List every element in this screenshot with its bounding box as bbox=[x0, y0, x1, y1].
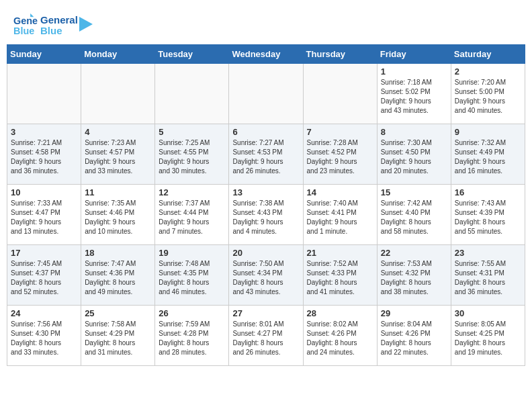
day-number: 25 bbox=[85, 308, 151, 318]
day-number: 17 bbox=[11, 248, 77, 258]
calendar-cell: 23Sunrise: 7:55 AM Sunset: 4:31 PM Dayli… bbox=[451, 245, 525, 306]
header-thursday: Thursday bbox=[303, 45, 377, 64]
calendar-cell: 2Sunrise: 7:20 AM Sunset: 5:00 PM Daylig… bbox=[451, 64, 525, 124]
day-info: Sunrise: 7:50 AM Sunset: 4:34 PM Dayligh… bbox=[232, 259, 299, 297]
calendar-cell: 13Sunrise: 7:38 AM Sunset: 4:43 PM Dayli… bbox=[229, 185, 303, 245]
day-number: 9 bbox=[455, 127, 521, 137]
calendar-cell: 8Sunrise: 7:30 AM Sunset: 4:50 PM Daylig… bbox=[377, 124, 451, 185]
calendar-cell bbox=[7, 64, 81, 124]
day-number: 24 bbox=[11, 308, 77, 318]
day-number: 28 bbox=[307, 308, 373, 318]
day-number: 29 bbox=[381, 308, 447, 318]
day-number: 21 bbox=[307, 248, 373, 258]
day-number: 2 bbox=[455, 66, 521, 77]
calendar-week-2: 3Sunrise: 7:21 AM Sunset: 4:58 PM Daylig… bbox=[7, 124, 525, 185]
header-monday: Monday bbox=[81, 45, 155, 64]
day-info: Sunrise: 7:45 AM Sunset: 4:37 PM Dayligh… bbox=[11, 259, 77, 297]
calendar-cell: 5Sunrise: 7:25 AM Sunset: 4:55 PM Daylig… bbox=[155, 124, 229, 185]
day-info: Sunrise: 7:58 AM Sunset: 4:29 PM Dayligh… bbox=[85, 320, 151, 357]
calendar-cell bbox=[303, 64, 377, 124]
day-info: Sunrise: 7:55 AM Sunset: 4:31 PM Dayligh… bbox=[455, 259, 521, 297]
day-number: 1 bbox=[381, 66, 447, 77]
day-info: Sunrise: 7:32 AM Sunset: 4:49 PM Dayligh… bbox=[455, 138, 521, 176]
day-info: Sunrise: 7:33 AM Sunset: 4:47 PM Dayligh… bbox=[11, 199, 77, 236]
day-number: 10 bbox=[11, 187, 77, 197]
day-info: Sunrise: 7:21 AM Sunset: 4:58 PM Dayligh… bbox=[11, 138, 77, 176]
day-info: Sunrise: 7:43 AM Sunset: 4:39 PM Dayligh… bbox=[455, 199, 521, 236]
calendar-cell bbox=[81, 64, 155, 124]
day-info: Sunrise: 7:27 AM Sunset: 4:53 PM Dayligh… bbox=[232, 138, 299, 176]
calendar-header-row: SundayMondayTuesdayWednesdayThursdayFrid… bbox=[7, 45, 525, 64]
day-number: 4 bbox=[85, 127, 151, 137]
day-number: 7 bbox=[307, 127, 373, 137]
day-info: Sunrise: 7:52 AM Sunset: 4:33 PM Dayligh… bbox=[307, 259, 373, 297]
calendar-cell bbox=[155, 64, 229, 124]
day-info: Sunrise: 7:30 AM Sunset: 4:50 PM Dayligh… bbox=[381, 138, 447, 176]
calendar-week-5: 24Sunrise: 7:56 AM Sunset: 4:30 PM Dayli… bbox=[7, 306, 525, 366]
logo-icon: General Blue bbox=[13, 13, 38, 38]
calendar-cell: 7Sunrise: 7:28 AM Sunset: 4:52 PM Daylig… bbox=[303, 124, 377, 185]
day-number: 13 bbox=[232, 187, 299, 197]
day-info: Sunrise: 7:53 AM Sunset: 4:32 PM Dayligh… bbox=[381, 259, 447, 297]
svg-text:Blue: Blue bbox=[13, 26, 34, 36]
calendar-week-3: 10Sunrise: 7:33 AM Sunset: 4:47 PM Dayli… bbox=[7, 185, 525, 245]
calendar-cell: 25Sunrise: 7:58 AM Sunset: 4:29 PM Dayli… bbox=[81, 306, 155, 366]
logo-triangle-icon bbox=[79, 17, 93, 32]
calendar-cell: 4Sunrise: 7:23 AM Sunset: 4:57 PM Daylig… bbox=[81, 124, 155, 185]
day-info: Sunrise: 8:02 AM Sunset: 4:26 PM Dayligh… bbox=[307, 320, 373, 357]
day-info: Sunrise: 7:25 AM Sunset: 4:55 PM Dayligh… bbox=[159, 138, 225, 176]
calendar-cell: 1Sunrise: 7:18 AM Sunset: 5:02 PM Daylig… bbox=[377, 64, 451, 124]
calendar-cell: 6Sunrise: 7:27 AM Sunset: 4:53 PM Daylig… bbox=[229, 124, 303, 185]
day-info: Sunrise: 7:47 AM Sunset: 4:36 PM Dayligh… bbox=[85, 259, 151, 297]
day-number: 11 bbox=[85, 187, 151, 197]
day-number: 3 bbox=[11, 127, 77, 137]
day-info: Sunrise: 7:28 AM Sunset: 4:52 PM Dayligh… bbox=[307, 138, 373, 176]
header-wednesday: Wednesday bbox=[229, 45, 303, 64]
day-number: 30 bbox=[455, 308, 521, 318]
calendar-cell: 27Sunrise: 8:01 AM Sunset: 4:27 PM Dayli… bbox=[229, 306, 303, 366]
calendar-cell: 11Sunrise: 7:35 AM Sunset: 4:46 PM Dayli… bbox=[81, 185, 155, 245]
calendar-cell: 3Sunrise: 7:21 AM Sunset: 4:58 PM Daylig… bbox=[7, 124, 81, 185]
calendar-cell: 18Sunrise: 7:47 AM Sunset: 4:36 PM Dayli… bbox=[81, 245, 155, 306]
svg-marker-3 bbox=[79, 17, 93, 32]
day-number: 6 bbox=[232, 127, 299, 137]
calendar-cell: 26Sunrise: 7:59 AM Sunset: 4:28 PM Dayli… bbox=[155, 306, 229, 366]
calendar-cell: 15Sunrise: 7:42 AM Sunset: 4:40 PM Dayli… bbox=[377, 185, 451, 245]
header: General Blue General Blue bbox=[7, 7, 525, 41]
calendar-cell: 30Sunrise: 8:05 AM Sunset: 4:25 PM Dayli… bbox=[451, 306, 525, 366]
day-number: 23 bbox=[455, 248, 521, 258]
day-number: 22 bbox=[381, 248, 447, 258]
day-number: 16 bbox=[455, 187, 521, 197]
day-info: Sunrise: 7:18 AM Sunset: 5:02 PM Dayligh… bbox=[381, 78, 447, 116]
header-tuesday: Tuesday bbox=[155, 45, 229, 64]
logo-text-general: General bbox=[40, 15, 78, 26]
day-info: Sunrise: 7:59 AM Sunset: 4:28 PM Dayligh… bbox=[159, 320, 225, 357]
day-number: 12 bbox=[159, 187, 225, 197]
calendar-cell: 12Sunrise: 7:37 AM Sunset: 4:44 PM Dayli… bbox=[155, 185, 229, 245]
day-number: 19 bbox=[159, 248, 225, 258]
day-info: Sunrise: 8:04 AM Sunset: 4:26 PM Dayligh… bbox=[381, 320, 447, 357]
calendar-cell: 28Sunrise: 8:02 AM Sunset: 4:26 PM Dayli… bbox=[303, 306, 377, 366]
day-info: Sunrise: 7:56 AM Sunset: 4:30 PM Dayligh… bbox=[11, 320, 77, 357]
day-info: Sunrise: 7:38 AM Sunset: 4:43 PM Dayligh… bbox=[232, 199, 299, 236]
calendar-cell: 22Sunrise: 7:53 AM Sunset: 4:32 PM Dayli… bbox=[377, 245, 451, 306]
calendar-cell: 14Sunrise: 7:40 AM Sunset: 4:41 PM Dayli… bbox=[303, 185, 377, 245]
day-info: Sunrise: 7:40 AM Sunset: 4:41 PM Dayligh… bbox=[307, 199, 373, 236]
day-number: 20 bbox=[232, 248, 299, 258]
header-friday: Friday bbox=[377, 45, 451, 64]
day-number: 8 bbox=[381, 127, 447, 137]
day-number: 27 bbox=[232, 308, 299, 318]
day-number: 14 bbox=[307, 187, 373, 197]
day-info: Sunrise: 7:20 AM Sunset: 5:00 PM Dayligh… bbox=[455, 78, 521, 116]
day-number: 5 bbox=[159, 127, 225, 137]
logo: General Blue General Blue bbox=[13, 13, 93, 38]
calendar-cell: 24Sunrise: 7:56 AM Sunset: 4:30 PM Dayli… bbox=[7, 306, 81, 366]
calendar-cell: 21Sunrise: 7:52 AM Sunset: 4:33 PM Dayli… bbox=[303, 245, 377, 306]
day-info: Sunrise: 7:42 AM Sunset: 4:40 PM Dayligh… bbox=[381, 199, 447, 236]
day-info: Sunrise: 7:35 AM Sunset: 4:46 PM Dayligh… bbox=[85, 199, 151, 236]
calendar-cell: 9Sunrise: 7:32 AM Sunset: 4:49 PM Daylig… bbox=[451, 124, 525, 185]
calendar-cell: 16Sunrise: 7:43 AM Sunset: 4:39 PM Dayli… bbox=[451, 185, 525, 245]
calendar-cell: 20Sunrise: 7:50 AM Sunset: 4:34 PM Dayli… bbox=[229, 245, 303, 306]
day-info: Sunrise: 7:23 AM Sunset: 4:57 PM Dayligh… bbox=[85, 138, 151, 176]
calendar-week-4: 17Sunrise: 7:45 AM Sunset: 4:37 PM Dayli… bbox=[7, 245, 525, 306]
